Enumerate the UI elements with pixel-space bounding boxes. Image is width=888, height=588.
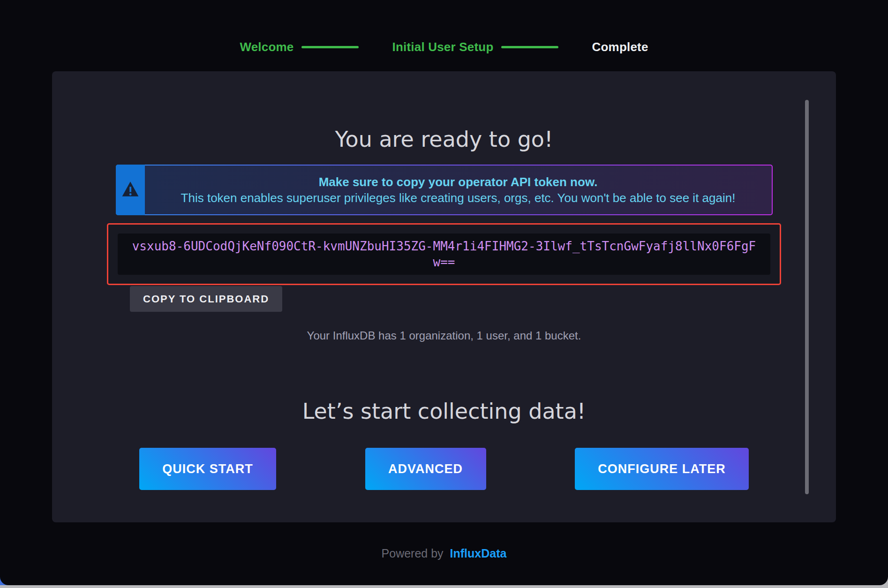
page-bottom-strip: [0, 585, 888, 588]
resources-summary-text: Your InfluxDB has 1 organization, 1 user…: [107, 329, 781, 342]
setup-window: Welcome Initial User Setup Complete You …: [0, 0, 888, 585]
step-connector-line: [501, 46, 558, 48]
footer: Powered by InfluxData: [0, 547, 888, 560]
step-welcome[interactable]: Welcome: [240, 40, 358, 54]
warning-title: Make sure to copy your operator API toke…: [319, 174, 598, 190]
step-welcome-label: Welcome: [240, 40, 293, 54]
api-token-highlight-frame: vsxub8-6UDCodQjKeNf090CtR-kvmUNZbuHI35ZG…: [107, 223, 781, 285]
step-complete-label: Complete: [592, 40, 648, 54]
powered-by-label: Powered by: [382, 547, 444, 560]
ready-heading: You are ready to go!: [107, 127, 781, 152]
wizard-step-nav: Welcome Initial User Setup Complete: [0, 40, 888, 54]
api-token-value[interactable]: vsxub8-6UDCodQjKeNf090CtR-kvmUNZbuHI35ZG…: [118, 234, 770, 275]
warning-message: Make sure to copy your operator API toke…: [145, 166, 772, 214]
step-initial-user-setup[interactable]: Initial User Setup: [392, 40, 558, 54]
collect-data-heading: Let’s start collecting data!: [107, 399, 781, 424]
advanced-button[interactable]: ADVANCED: [365, 448, 486, 490]
warning-icon-box: [116, 165, 145, 215]
warning-body-text: This token enables superuser privileges …: [181, 190, 736, 206]
api-token-warning-banner: Make sure to copy your operator API toke…: [116, 165, 773, 215]
warning-triangle-icon: [121, 181, 139, 199]
panel-scrollbar[interactable]: [805, 100, 809, 494]
step-initial-user-setup-label: Initial User Setup: [392, 40, 494, 54]
quick-start-button[interactable]: QUICK START: [139, 448, 276, 490]
influxdata-brand-link[interactable]: InfluxData: [450, 547, 507, 560]
step-connector-line: [301, 46, 359, 48]
completion-panel: You are ready to go! Make sure to copy y…: [52, 71, 836, 522]
step-complete[interactable]: Complete: [592, 40, 648, 54]
copy-to-clipboard-button[interactable]: COPY TO CLIPBOARD: [130, 286, 282, 312]
next-step-actions: QUICK START ADVANCED CONFIGURE LATER: [139, 448, 749, 522]
configure-later-button[interactable]: CONFIGURE LATER: [575, 448, 749, 490]
